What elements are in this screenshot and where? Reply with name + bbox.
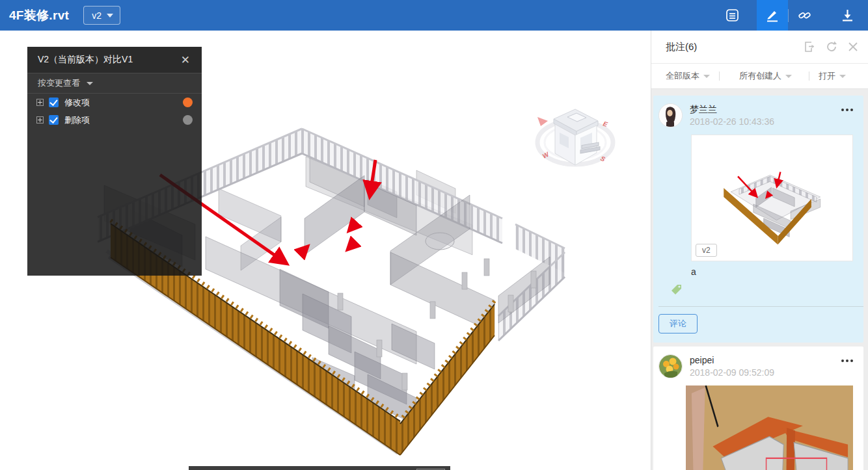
author-name: 梦兰兰: [690, 103, 774, 115]
version-label: v2: [92, 10, 102, 21]
svg-text:S: S: [599, 155, 606, 163]
chevron-down-icon: [785, 75, 792, 78]
share-link-button[interactable]: [789, 0, 820, 31]
export-report-icon[interactable]: [803, 40, 816, 53]
link-icon: [797, 8, 812, 23]
modified-label: 修改项: [64, 97, 90, 109]
chevron-down-icon: [839, 75, 846, 78]
snapshot-model: [692, 135, 852, 261]
annotation-text: a: [653, 261, 863, 277]
top-bar: 4F装修.rvt v2: [0, 0, 868, 31]
form-list-icon: [725, 8, 740, 23]
annotation-filters: 全部版本 所有创建人 打开: [651, 63, 868, 89]
annotation-snapshot[interactable]: v2: [691, 135, 853, 261]
timestamp: 2018-02-26 10:43:36: [690, 115, 774, 128]
more-options-icon[interactable]: [841, 103, 853, 128]
compare-panel-header: V2（当前版本）对比V1 ✕: [27, 47, 202, 73]
expand-icon[interactable]: [36, 99, 44, 106]
compare-title: V2（当前版本）对比V1: [38, 54, 133, 66]
annotations-title: 批注(6): [666, 41, 697, 53]
version-dropdown[interactable]: v2: [83, 6, 120, 25]
annotation-card[interactable]: peipei 2018-02-09 09:52:09: [653, 346, 863, 470]
expand-icon[interactable]: [36, 116, 44, 124]
version-filter[interactable]: 全部版本: [666, 70, 710, 82]
avatar: [658, 354, 683, 378]
download-button[interactable]: [832, 0, 863, 31]
download-icon: [840, 8, 855, 23]
deleted-label: 删除项: [64, 114, 90, 126]
pen-icon: [765, 8, 780, 23]
modified-color-dot: [183, 98, 193, 107]
timestamp: 2018-02-09 09:52:09: [690, 366, 774, 379]
view-cube[interactable]: E W S: [532, 92, 621, 176]
creator-filter[interactable]: 所有创建人: [739, 70, 792, 82]
chevron-down-icon: [87, 82, 93, 85]
checkbox-modified[interactable]: [49, 98, 59, 107]
deleted-color-dot: [183, 115, 193, 125]
close-icon[interactable]: ✕: [177, 52, 194, 68]
comment-button[interactable]: 评论: [658, 314, 698, 333]
change-view-dropdown[interactable]: 按变更查看: [27, 73, 202, 94]
close-icon[interactable]: [847, 41, 859, 53]
chevron-down-icon: [107, 14, 113, 18]
north-pointer: [537, 117, 548, 126]
markup-button[interactable]: [757, 0, 788, 31]
topbar-actions: [716, 0, 868, 31]
version-compare-panel: V2（当前版本）对比V1 ✕ 按变更查看 修改项 删除项: [27, 47, 202, 276]
more-options-icon[interactable]: [841, 354, 853, 379]
annotation-card[interactable]: 梦兰兰 2018-02-26 10:43:36: [653, 96, 863, 343]
chevron-down-icon: [703, 75, 710, 78]
tree-item-modified[interactable]: 修改项: [27, 94, 202, 111]
svg-text:E: E: [602, 120, 608, 128]
checkbox-deleted[interactable]: [49, 115, 59, 125]
annotations-panel: 批注(6) 全部版本 所有创建人 打开: [651, 31, 868, 470]
annotation-list: 梦兰兰 2018-02-26 10:43:36: [651, 89, 868, 470]
snapshot-version-tag: v2: [696, 244, 717, 257]
annotations-header: 批注(6): [651, 31, 868, 63]
annotation-snapshot[interactable]: [686, 385, 853, 470]
tag-icon: [653, 277, 863, 306]
tree-item-deleted[interactable]: 删除项: [27, 111, 202, 129]
avatar: [658, 103, 683, 127]
app-window: E W S: [0, 0, 868, 470]
change-view-label: 按变更查看: [38, 77, 80, 89]
status-filter[interactable]: 打开: [819, 70, 846, 82]
author-name: peipei: [690, 354, 774, 366]
file-title: 4F装修.rvt: [9, 7, 69, 24]
refresh-icon[interactable]: [825, 40, 838, 53]
viewer-toolbar: [189, 466, 450, 470]
snapshot-interior: [686, 385, 853, 470]
form-list-button[interactable]: [716, 0, 748, 31]
